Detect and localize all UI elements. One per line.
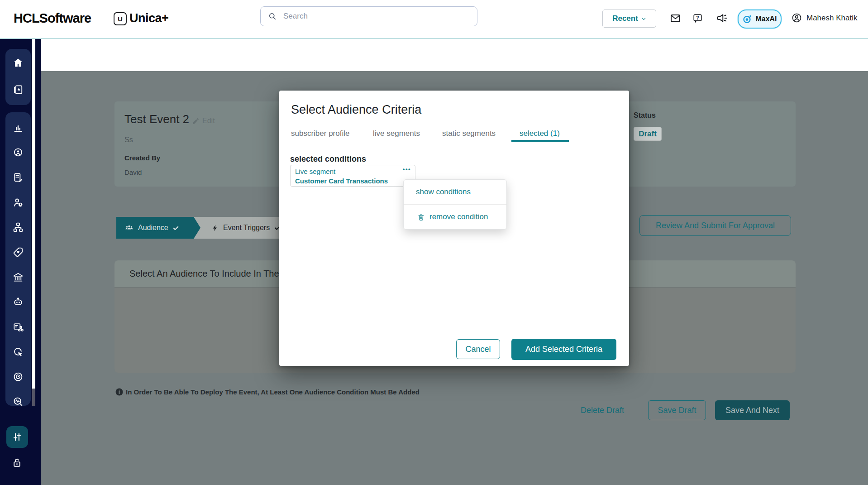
status-badge: Draft [634,127,662,141]
check-icon [172,225,179,231]
person-clock-icon[interactable] [7,193,29,211]
tab-subscriber-profile[interactable]: subscriber profile [291,129,349,138]
remove-condition-label: remove condition [429,212,488,221]
menu-item-remove-condition[interactable]: remove condition [404,205,506,229]
selected-conditions-heading: selected conditions [290,154,366,164]
audience-box-title: Select An Audience To Include In The [129,269,279,279]
click-target-icon[interactable] [7,343,29,361]
home-icon[interactable] [7,54,29,72]
mail-icon[interactable] [670,13,681,24]
page-title: Test Event 2 [124,112,189,126]
user-name: Mahesh Khatik [806,14,857,23]
sidebar [0,39,41,485]
bolt-icon [211,224,219,232]
sidebar-scrollbar-thumb[interactable] [32,389,35,406]
show-conditions-label: show conditions [416,187,471,197]
created-by-value: David [124,168,142,176]
sliders-icon[interactable] [6,426,28,448]
user-menu[interactable]: Mahesh Khatik [791,12,857,24]
save-draft-button[interactable]: Save Draft [648,400,706,420]
edit-label: Edit [202,117,215,125]
tab-divider [279,142,629,142]
trash-icon [417,213,425,221]
maxai-label: MaxAI [755,15,777,23]
header-divider [0,38,868,39]
unica-logo-text: Unica+ [129,11,168,25]
broadcast-icon[interactable] [7,144,29,162]
hierarchy-icon[interactable] [7,218,29,236]
app-window: HCLSoftware U Unica+ Recent ? [0,0,868,485]
search-input[interactable] [282,11,470,21]
created-by-label: Created By [124,154,160,162]
recent-dropdown[interactable]: Recent [602,10,656,28]
condition-name: Customer Card Transactions [295,177,388,185]
pencil-icon [192,117,200,125]
step-audience-label: Audience [138,224,168,232]
wave-search-icon[interactable] [7,393,29,411]
condition-context-menu: show conditions remove condition [403,179,507,230]
analytics-icon[interactable] [7,119,29,137]
search-box[interactable] [260,6,477,26]
unica-logo-icon: U [114,12,127,25]
condition-menu-trigger[interactable]: ••• [403,166,411,173]
document-edit-icon[interactable] [7,168,29,187]
cancel-button[interactable]: Cancel [456,339,500,359]
goal-dial-icon[interactable] [7,368,29,386]
info-icon [115,388,123,396]
top-header: HCLSoftware U Unica+ Recent ? [0,0,868,38]
info-note-text: In Order To Be Able To Deploy The Event,… [126,388,420,396]
condition-card: Live segment Customer Card Transactions … [290,165,415,187]
condition-type: Live segment [295,168,335,175]
maxai-icon [742,14,752,24]
maxai-button[interactable]: MaxAI [738,10,782,29]
tab-static-segments[interactable]: static segments [442,129,496,138]
edit-event-button[interactable]: Edit [192,117,215,125]
tab-selected[interactable]: selected (1) [520,129,560,138]
search-icon [268,12,277,21]
tag-heart-icon[interactable] [7,243,29,261]
add-selected-criteria-button[interactable]: Add Selected Criteria [511,339,616,360]
people-icon [124,223,134,233]
event-subtitle: Ss [124,136,133,144]
hcl-logo: HCLSoftware [14,11,91,26]
delete-draft-button[interactable]: Delete Draft [581,406,624,415]
info-note: In Order To Be Able To Deploy The Event,… [115,388,420,396]
toolbar-band [41,39,868,71]
step-audience[interactable]: Audience [116,217,200,239]
status-label: Status [634,111,656,120]
chevron-down-icon [641,16,646,21]
sidebar-scrollbar-track [32,39,35,406]
svg-text:?: ? [696,15,699,20]
cards-star-icon[interactable] [7,81,29,99]
help-icon[interactable]: ? [692,13,703,24]
bank-icon[interactable] [7,268,29,286]
menu-item-show-conditions[interactable]: show conditions [404,180,506,204]
step-event-triggers[interactable]: Event Triggers [211,217,281,239]
user-icon [791,12,802,24]
active-tab-underline [511,140,569,142]
bot-icon[interactable] [7,293,29,311]
dialog-title: Select Audience Criteria [291,103,421,117]
unlock-icon[interactable] [11,456,23,469]
recent-label: Recent [612,14,638,23]
announcement-icon[interactable] [716,12,728,24]
flow-document-icon[interactable] [7,318,29,336]
review-submit-button[interactable]: Review And Submit For Approval [639,215,791,236]
step-event-triggers-label: Event Triggers [223,224,270,232]
tab-live-segments[interactable]: live segments [373,129,420,138]
save-and-next-button[interactable]: Save And Next [715,400,790,420]
